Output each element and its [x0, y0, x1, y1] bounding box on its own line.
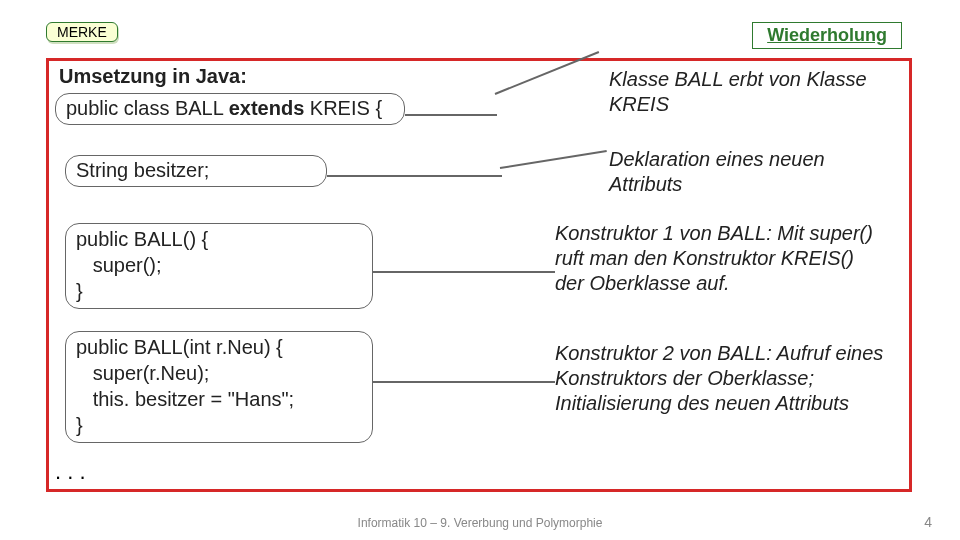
connector-line [373, 271, 555, 273]
annotation-inherits: Klasse BALL erbt von Klasse KREIS [609, 67, 889, 117]
code-line: public BALL(int r.Neu) { [76, 334, 362, 360]
code-text: public class BALL [66, 97, 229, 119]
code-line: super(r.Neu); [76, 360, 362, 386]
connector-line [500, 150, 607, 169]
page-number: 4 [924, 514, 932, 530]
code-attribute: String besitzer; [65, 155, 327, 187]
code-line: this. besitzer = "Hans"; [76, 386, 362, 412]
code-text: KREIS { [304, 97, 382, 119]
connector-line [373, 381, 555, 383]
section-title: Umsetzung in Java: [59, 65, 247, 88]
ellipsis: . . . [55, 459, 86, 485]
annotation-ctor2: Konstruktor 2 von BALL: Aufruf eines Kon… [555, 341, 895, 416]
merke-badge: MERKE [46, 22, 118, 42]
code-constructor-2: public BALL(int r.Neu) { super(r.Neu); t… [65, 331, 373, 443]
wiederholung-label: Wiederholung [752, 22, 902, 49]
connector-line [327, 175, 502, 177]
connector-line [495, 51, 600, 95]
slide-footer: Informatik 10 – 9. Vererbung und Polymor… [0, 516, 960, 530]
code-line: } [76, 278, 362, 304]
annotation-ctor1: Konstruktor 1 von BALL: Mit super() ruft… [555, 221, 885, 296]
keyword-extends: extends [229, 97, 305, 119]
code-class-declaration: public class BALL extends KREIS { [55, 93, 405, 125]
code-constructor-1: public BALL() { super(); } [65, 223, 373, 309]
code-line: public BALL() { [76, 226, 362, 252]
connector-line [405, 114, 497, 116]
annotation-attribute: Deklaration eines neuen Attributs [609, 147, 889, 197]
code-line: } [76, 412, 362, 438]
code-line: super(); [76, 252, 362, 278]
content-box: Umsetzung in Java: public class BALL ext… [46, 58, 912, 492]
code-text: String besitzer; [76, 159, 209, 181]
